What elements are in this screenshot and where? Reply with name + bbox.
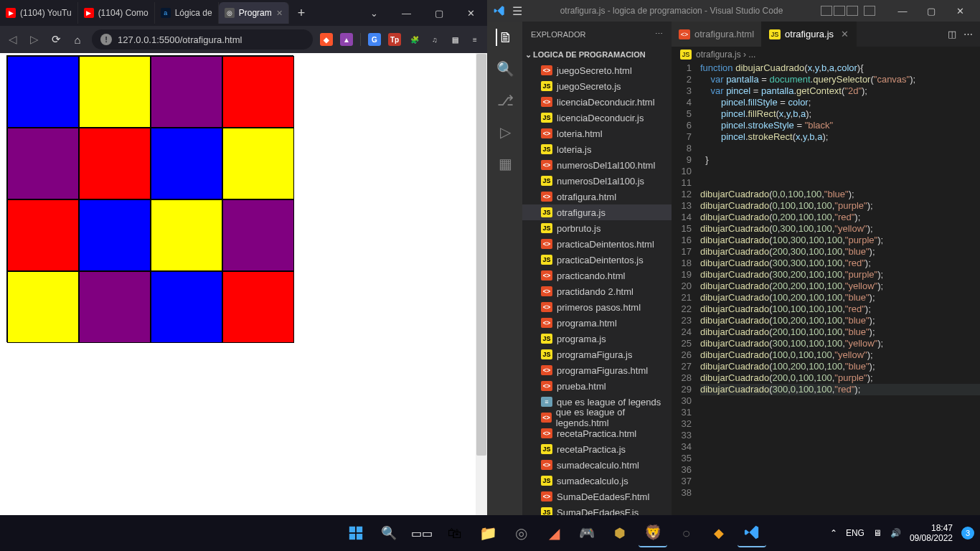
file-tree-item[interactable]: JSprograma.js — [522, 331, 672, 347]
file-tree-item[interactable]: JSloteria.js — [522, 141, 672, 157]
nav-forward-icon[interactable]: ▷ — [27, 33, 42, 46]
code-line[interactable]: pincel.fillStyle = color; — [700, 97, 980, 108]
code-line[interactable]: } — [700, 154, 980, 166]
code-line[interactable]: dibujarCuadrado(300,300,100,100,"red"); — [700, 258, 980, 269]
code-line[interactable]: dibujarCuadrado(100,200,100,100,"blue"); — [700, 315, 980, 326]
browser-tab[interactable]: aLógica de — [155, 2, 219, 24]
tab-close-icon[interactable]: ✕ — [841, 29, 849, 39]
file-tree-item[interactable]: <>SumaDeEdadesF.html — [522, 489, 672, 504]
code-line[interactable] — [700, 487, 980, 499]
brave-shield-icon[interactable]: ◆ — [320, 33, 333, 46]
task-view-button[interactable]: ▭▭ — [407, 519, 436, 547]
tray-chevron-icon[interactable]: ⌃ — [830, 528, 837, 538]
file-tree-item[interactable]: JSlicenciaDeconducir.js — [522, 110, 672, 126]
source-control-icon[interactable]: ⎇ — [496, 92, 514, 109]
code-line[interactable]: dibujarCuadrado(100,300,100,100,"purple"… — [700, 235, 980, 246]
vs-maximize-icon[interactable]: ▢ — [917, 0, 946, 22]
browser-menu-icon[interactable]: ≡ — [468, 33, 481, 46]
code-line[interactable]: pincel.fillRect(x,y,b,a); — [700, 108, 980, 120]
split-editor-icon[interactable]: ◫ — [948, 29, 956, 39]
code-line[interactable] — [700, 143, 980, 154]
file-tree-item[interactable]: <>practicando.html — [522, 268, 672, 283]
file-tree-item[interactable]: <>otrafigura.html — [522, 189, 672, 204]
nav-reload-icon[interactable]: ⟳ — [49, 33, 63, 46]
code-line[interactable]: dibujarCuadrado(300,0,100,100,"red"); — [700, 384, 980, 395]
editor-tab[interactable]: JSotrafigura.js✕ — [762, 22, 857, 47]
file-tree-item[interactable]: <>prueba.html — [522, 378, 672, 394]
vertical-scrollbar[interactable] — [476, 53, 487, 515]
code-line[interactable]: dibujarCuadrado(300,100,100,100,"yellow"… — [700, 338, 980, 349]
code-line[interactable] — [700, 441, 980, 453]
code-line[interactable] — [700, 395, 980, 407]
nav-back-icon[interactable]: ◁ — [6, 33, 20, 46]
address-bar[interactable]: ! 127.0.0.1:5500/otrafigura.html — [92, 29, 313, 50]
tray-network-icon[interactable]: 🖥 — [873, 528, 882, 538]
file-tree-item[interactable]: JSotrafigura.js — [522, 204, 672, 220]
media-control-icon[interactable]: ♫ — [428, 33, 441, 46]
code-line[interactable] — [700, 453, 980, 464]
tray-volume-icon[interactable]: 🔊 — [890, 528, 901, 538]
file-tree-item[interactable]: <>licenciaDeconducir.html — [522, 94, 672, 110]
tab-close-icon[interactable]: ✕ — [276, 9, 283, 18]
running-brave-icon[interactable]: 🦁 — [639, 519, 667, 547]
code-line[interactable]: dibujarCuadrado(300,200,100,100,"purple"… — [700, 269, 980, 281]
code-line[interactable]: function dibujarCuadrado(x,y,b,a,color){ — [700, 62, 980, 74]
code-line[interactable]: pincel.strokeRect(x,y,b,a); — [700, 131, 980, 143]
code-line[interactable]: dibujarCuadrado(100,200,100,100,"blue"); — [700, 292, 980, 303]
gtranslate-icon[interactable]: G — [368, 33, 381, 46]
nav-home-icon[interactable]: ⌂ — [70, 34, 85, 46]
vs-minimize-icon[interactable]: — — [888, 0, 917, 22]
pinned-todoist-icon[interactable]: ◢ — [540, 519, 568, 547]
file-tree-item[interactable]: JSjuegoSecreto.js — [522, 78, 672, 94]
vs-close-icon[interactable]: ✕ — [946, 0, 974, 22]
code-line[interactable] — [700, 177, 980, 189]
code-line[interactable]: dibujarCuadrado(200,0,100,100,"purple"); — [700, 372, 980, 384]
file-tree-item[interactable]: JSpracticaDeintentos.js — [522, 252, 672, 268]
code-line[interactable]: dibujarCuadrado(0,300,100,100,"yellow"); — [700, 223, 980, 235]
sidebar-more-icon[interactable]: ⋯ — [655, 29, 663, 39]
file-tree-item[interactable]: JSsumadecalculo.js — [522, 473, 672, 489]
explorer-icon[interactable]: 🗎 — [496, 29, 513, 46]
file-tree-item[interactable]: JSporbruto.js — [522, 220, 672, 236]
file-tree-item[interactable]: <>sumadecalculo.html — [522, 457, 672, 473]
code-line[interactable]: dibujarCuadrado(100,200,100,100,"blue"); — [700, 361, 980, 372]
editor-more-icon[interactable]: ⋯ — [963, 29, 973, 39]
search-icon[interactable]: 🔍 — [496, 60, 514, 77]
code-line[interactable] — [700, 430, 980, 441]
browser-tab[interactable]: ▶(1104) Como — [78, 2, 155, 24]
code-line[interactable] — [700, 418, 980, 430]
pinned-obs-icon[interactable]: ◎ — [507, 519, 535, 547]
code-line[interactable]: dibujarCuadrado(200,100,100,100,"blue"); — [700, 326, 980, 338]
file-tree-item[interactable]: <>numerosDel1al100.html — [522, 157, 672, 173]
new-tab-button[interactable]: + — [289, 6, 314, 21]
code-line[interactable]: dibujarCuadrado(0,200,100,100,"red"); — [700, 212, 980, 223]
file-tree-item[interactable]: <>programaFiguras.html — [522, 362, 672, 378]
file-tree-item[interactable]: <>primeros pasos.html — [522, 299, 672, 315]
editor-tab[interactable]: <>otrafigura.html — [672, 22, 762, 47]
window-close-icon[interactable]: ✕ — [455, 0, 487, 26]
extensions-icon[interactable]: ▦ — [496, 155, 514, 172]
window-maximize-icon[interactable]: ▢ — [423, 0, 455, 26]
file-tree-item[interactable]: <>practidando 2.html — [522, 283, 672, 299]
code-line[interactable]: dibujarCuadrado(100,100,100,100,"red"); — [700, 303, 980, 315]
folder-header[interactable]: ⌄ LOGICA DE PROGRAMACION — [522, 47, 672, 62]
code-line[interactable]: dibujarCuadrado(200,300,100,100,"blue"); — [700, 246, 980, 258]
code-line[interactable]: dibujarCuadrado(200,200,100,100,"yellow"… — [700, 281, 980, 292]
search-button[interactable]: 🔍 — [374, 519, 403, 547]
breadcrumb[interactable]: JS otrafigura.js › ... — [672, 47, 980, 62]
tray-language[interactable]: ENG — [846, 528, 864, 538]
file-tree-item[interactable]: <>loteria.html — [522, 126, 672, 141]
file-tree-item[interactable]: <>juegoSecreto.html — [522, 62, 672, 78]
reader-icon[interactable]: ▤ — [448, 33, 461, 46]
extensions-puzzle-icon[interactable]: 🧩 — [408, 33, 421, 46]
code-line[interactable] — [700, 407, 980, 418]
pinned-games-icon[interactable]: 🎮 — [573, 519, 601, 547]
code-line[interactable]: var pincel = pantalla.getContext("2d"); — [700, 85, 980, 97]
soul-icon[interactable]: ▲ — [340, 33, 353, 46]
pinned-sublime-icon[interactable]: ◆ — [705, 519, 733, 547]
pinned-store-icon[interactable]: 🛍 — [440, 519, 469, 547]
window-minimize-icon[interactable]: — — [390, 0, 423, 26]
window-dropdown-icon[interactable]: ⌄ — [358, 0, 390, 26]
run-debug-icon[interactable]: ▷ — [496, 123, 514, 141]
tp-extension-icon[interactable]: Tp — [388, 33, 401, 46]
